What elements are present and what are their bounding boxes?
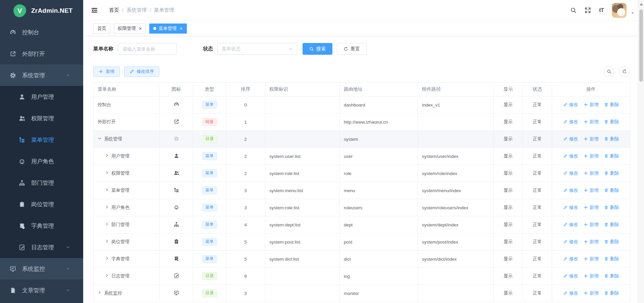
edit-sort-button[interactable]: 修改排序 xyxy=(124,67,159,77)
row-edit-action[interactable]: 修改 xyxy=(563,119,578,125)
row-delete-action[interactable]: 删除 xyxy=(604,239,619,245)
sidebar-item-系统管理[interactable]: 系统管理 xyxy=(0,64,83,86)
row-edit-action[interactable]: 修改 xyxy=(563,273,578,279)
tree-expand-icon[interactable] xyxy=(105,171,109,175)
close-icon[interactable]: × xyxy=(180,26,183,31)
row-plus-action[interactable]: 新增 xyxy=(584,153,599,159)
row-edit-action[interactable]: 修改 xyxy=(563,222,578,228)
sidebar-item-外部打开[interactable]: 外部打开 xyxy=(0,43,83,64)
tree-expand-icon[interactable] xyxy=(105,154,109,158)
sidebar-item-日志管理[interactable]: 日志管理 xyxy=(0,236,83,258)
row-plus-action[interactable]: 新增 xyxy=(584,239,599,245)
row-plus-action[interactable]: 新增 xyxy=(584,273,599,279)
row-plus-action[interactable]: 新增 xyxy=(584,170,599,176)
column-header: 类型 xyxy=(193,83,226,96)
cell-actions: 修改新增删除 xyxy=(552,285,630,302)
row-plus-action[interactable]: 新增 xyxy=(584,256,599,262)
close-icon[interactable]: × xyxy=(139,26,142,31)
row-plus-action[interactable]: 新增 xyxy=(584,102,599,108)
tree-expand-icon[interactable] xyxy=(105,256,109,260)
sidebar-item-部门管理[interactable]: 部门管理 xyxy=(0,172,83,193)
tab-菜单管理[interactable]: 菜单管理× xyxy=(149,24,187,34)
row-delete-action[interactable]: 删除 xyxy=(604,119,619,125)
row-delete-action[interactable]: 删除 xyxy=(604,187,619,193)
tree-expand-icon[interactable] xyxy=(105,222,109,226)
cell-icon xyxy=(160,148,193,165)
sidebar-item-控制台[interactable]: 控制台 xyxy=(0,21,83,43)
type-badge: 菜单 xyxy=(202,221,217,229)
row-delete-action[interactable]: 删除 xyxy=(604,273,619,279)
row-edit-action[interactable]: 修改 xyxy=(563,205,578,211)
cell-status: 正常 xyxy=(523,233,552,251)
tree-expand-icon[interactable] xyxy=(105,239,109,243)
sidebar-item-用户角色[interactable]: 用户角色 xyxy=(0,150,83,172)
row-edit-action[interactable]: 修改 xyxy=(563,187,578,193)
edit-icon xyxy=(129,69,134,74)
tree-expand-icon[interactable] xyxy=(105,273,109,277)
row-edit-action[interactable]: 修改 xyxy=(563,170,578,176)
scroll-up-icon[interactable] xyxy=(640,3,643,5)
refresh-button[interactable] xyxy=(619,66,630,77)
sidebar-item-权限管理[interactable]: 权限管理 xyxy=(0,107,83,129)
refresh-icon xyxy=(622,69,627,74)
show-search-button[interactable] xyxy=(604,66,614,77)
sidebar-item-菜单管理[interactable]: 菜单管理 xyxy=(0,129,83,150)
tree-expand-icon[interactable] xyxy=(98,136,102,140)
fullscreen-icon[interactable] xyxy=(585,7,591,13)
brand-logo-icon: V xyxy=(13,4,26,17)
column-header: 显示 xyxy=(494,83,523,96)
tree-expand-icon[interactable] xyxy=(105,205,109,209)
row-delete-action[interactable]: 删除 xyxy=(604,102,619,108)
breadcrumb-home[interactable]: 首页 xyxy=(109,7,119,13)
brand[interactable]: V ZrAdmin.NET xyxy=(0,0,83,21)
row-plus-action[interactable]: 新增 xyxy=(584,222,599,228)
chevron-down-icon xyxy=(64,245,71,249)
sidebar-item-岗位管理[interactable]: 岗位管理 xyxy=(0,193,83,215)
avatar[interactable] xyxy=(612,3,627,18)
row-edit-action[interactable]: 修改 xyxy=(563,290,578,296)
row-delete-action[interactable]: 删除 xyxy=(604,170,619,176)
row-edit-action[interactable]: 修改 xyxy=(563,136,578,142)
row-delete-action[interactable]: 删除 xyxy=(604,256,619,262)
sidebar-item-用户管理[interactable]: 用户管理 xyxy=(0,86,83,107)
row-plus-action[interactable]: 新增 xyxy=(584,205,599,211)
search-icon[interactable] xyxy=(570,7,577,13)
scrollbar-thumb[interactable] xyxy=(639,9,643,82)
row-delete-action[interactable]: 删除 xyxy=(604,136,619,142)
delete-icon xyxy=(604,205,608,210)
row-delete-action[interactable]: 删除 xyxy=(604,205,619,211)
sidebar-item-文章管理[interactable]: 文章管理 xyxy=(0,279,83,301)
row-plus-action[interactable]: 新增 xyxy=(584,119,599,125)
row-delete-action[interactable]: 删除 xyxy=(604,290,619,296)
cell-type: 菜单 xyxy=(193,199,226,216)
row-edit-action[interactable]: 修改 xyxy=(563,102,578,108)
scrollbar[interactable] xyxy=(638,0,644,303)
row-plus-action[interactable]: 新增 xyxy=(584,187,599,193)
menu-fold-icon[interactable] xyxy=(91,7,98,13)
row-edit-action[interactable]: 修改 xyxy=(563,256,578,262)
add-button[interactable]: 新增 xyxy=(93,67,120,77)
cell-sort: 4 xyxy=(226,216,265,233)
tree-expand-icon[interactable] xyxy=(105,188,109,192)
row-delete-action[interactable]: 删除 xyxy=(604,153,619,159)
tree-expand-icon[interactable] xyxy=(98,291,102,295)
sidebar-item-字典管理[interactable]: 字典管理 xyxy=(0,215,83,236)
sidebar-item-label: 权限管理 xyxy=(31,115,54,122)
cell-type: 目录 xyxy=(193,131,226,148)
row-plus-action[interactable]: 新增 xyxy=(584,290,599,296)
row-plus-action[interactable]: 新增 xyxy=(584,136,599,142)
row-delete-action[interactable]: 删除 xyxy=(604,222,619,228)
status-select[interactable]: 菜单状态 xyxy=(217,43,297,55)
search-button[interactable]: 搜索 xyxy=(303,43,332,55)
sidebar-item-系统监控[interactable]: 系统监控 xyxy=(0,258,83,279)
tab-权限管理[interactable]: 权限管理× xyxy=(114,24,146,34)
tab-首页[interactable]: 首页 xyxy=(93,24,110,34)
cell-sort: 5 xyxy=(226,251,265,268)
menu-name-input[interactable] xyxy=(118,43,177,55)
row-edit-action[interactable]: 修改 xyxy=(563,153,578,159)
row-edit-action[interactable]: 修改 xyxy=(563,239,578,245)
reset-button[interactable]: 重置 xyxy=(337,43,367,55)
cell-actions: 修改新增删除 xyxy=(552,216,630,233)
caret-down-icon[interactable] xyxy=(631,11,635,15)
font-size-icon[interactable]: tT xyxy=(599,7,604,14)
